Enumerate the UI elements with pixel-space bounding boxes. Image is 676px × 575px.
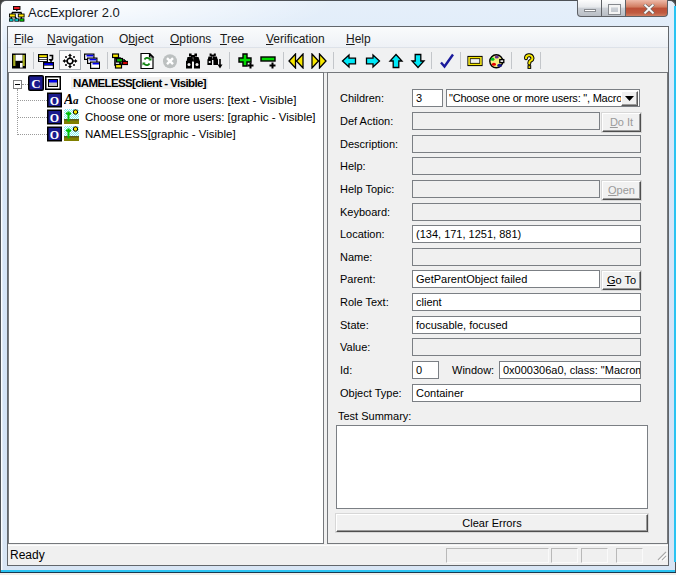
svg-text:A: A xyxy=(64,92,73,107)
svg-text:O: O xyxy=(50,111,59,125)
svg-text:O: O xyxy=(50,94,59,108)
svg-text:a: a xyxy=(73,94,79,106)
svg-text:O: O xyxy=(50,128,59,142)
svg-text:C: C xyxy=(31,76,40,91)
